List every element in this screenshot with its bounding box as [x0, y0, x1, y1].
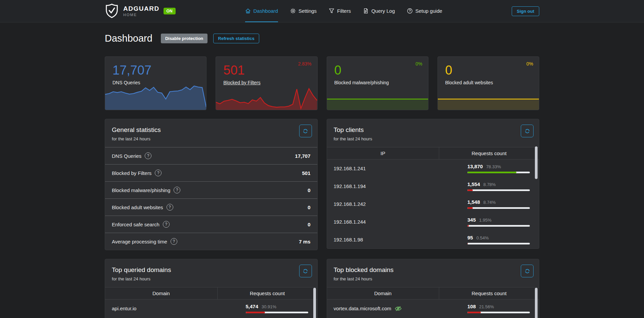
- sparkline-chart: [105, 84, 206, 110]
- requests-percent: 0.54%: [476, 235, 489, 240]
- panel-subtitle: for the last 24 hours: [112, 136, 311, 141]
- requests-count: 95: [467, 235, 473, 240]
- requests-progress-bar: [467, 172, 530, 173]
- stat-card-value: 0: [334, 63, 428, 78]
- sparkline-chart: [216, 84, 317, 110]
- requests-count: 345: [467, 217, 476, 223]
- stat-row-value: 7 ms: [299, 239, 310, 244]
- page-title: Dashboard: [105, 33, 152, 44]
- stat-card-value: 0: [445, 63, 539, 78]
- requests-percent: 1.95%: [479, 218, 492, 223]
- top-blocked-domains-panel: Top blocked domains for the last 24 hour…: [327, 259, 540, 318]
- general-statistics-row: Blocked by Filters?501: [105, 164, 317, 181]
- stat-card-dns-queries: 17,707DNS Queries: [105, 56, 206, 110]
- general-statistics-row: Blocked malware/phishing?0: [105, 181, 317, 198]
- top-blocked-domain-row: vortex.data.microsoft.com10821.56%: [327, 300, 539, 317]
- refresh-statistics-button[interactable]: Refresh statistics: [213, 34, 259, 43]
- top-client-row: 192.168.1.2421,5488.74%: [327, 195, 539, 213]
- document-icon: [363, 8, 369, 14]
- help-icon[interactable]: ?: [171, 238, 177, 245]
- vertical-scrollbar-thumb[interactable]: [535, 146, 538, 179]
- row-name[interactable]: vortex.data.microsoft.com: [334, 306, 392, 311]
- nav-item-query-log[interactable]: Query Log: [363, 0, 395, 22]
- top-client-row: 192.168.1.98950.54%: [327, 231, 539, 248]
- sparkline-chart: [327, 84, 428, 110]
- shield-check-logo-icon: [105, 3, 119, 19]
- stat-card-percent: 0%: [416, 61, 422, 66]
- help-icon[interactable]: ?: [174, 187, 180, 193]
- adguard-home-brand[interactable]: ADGUARD HOME ON: [105, 0, 176, 22]
- column-header-requests-count: Requests count: [439, 287, 539, 299]
- panel-title: Top queried domains: [112, 266, 311, 274]
- sign-out-button[interactable]: Sign out: [512, 6, 539, 16]
- requests-progress-bar: [467, 312, 530, 313]
- help-icon[interactable]: ?: [167, 204, 173, 211]
- panel-subtitle: for the last 24 hours: [334, 136, 533, 141]
- gear-icon: [290, 8, 296, 14]
- dashboard-page: Dashboard Disable protection Refresh sta…: [105, 33, 539, 318]
- nav-item-label: Filters: [337, 8, 351, 14]
- stat-row-value: 0: [308, 205, 310, 210]
- requests-progress-bar: [246, 312, 308, 313]
- help-icon[interactable]: ?: [155, 170, 162, 176]
- general-statistics-row: Average processing time?7 ms: [105, 233, 317, 250]
- nav-item-setup-guide[interactable]: Setup guide: [407, 0, 442, 22]
- refresh-button[interactable]: [299, 125, 312, 137]
- eye-off-icon: [395, 305, 402, 312]
- refresh-button[interactable]: [521, 265, 534, 277]
- requests-percent: 30.91%: [262, 304, 276, 309]
- general-statistics-row: DNS Queries?17,707: [105, 147, 317, 164]
- panel-title: Top clients: [334, 126, 533, 134]
- vertical-scrollbar-thumb[interactable]: [313, 288, 316, 318]
- column-header-domain: Domain: [105, 287, 218, 299]
- requests-percent: 8.78%: [484, 182, 496, 187]
- stat-card-percent: 2.83%: [298, 61, 312, 66]
- top-client-row: 192.168.1.1941,5548.78%: [327, 177, 539, 195]
- row-name[interactable]: api.entur.io: [112, 306, 136, 311]
- nav-item-settings[interactable]: Settings: [290, 0, 317, 22]
- requests-percent: 21.56%: [479, 304, 494, 309]
- column-header-requests-count: Requests count: [439, 147, 539, 159]
- vertical-scrollbar-thumb[interactable]: [535, 288, 538, 318]
- stat-cards-row: 17,707DNS Queries2.83%501Blocked by Filt…: [105, 56, 539, 110]
- stat-row-label: Blocked by Filters: [112, 170, 151, 176]
- stat-row-label: Blocked adult websites: [112, 205, 163, 210]
- nav-item-dashboard[interactable]: Dashboard: [245, 0, 278, 22]
- nav-item-filters[interactable]: Filters: [329, 0, 351, 22]
- help-icon[interactable]: ?: [163, 221, 170, 228]
- stat-row-label: Average processing time: [112, 239, 167, 244]
- stat-card-blocked-malware-phishing: 0%0Blocked malware/phishing: [327, 56, 428, 110]
- requests-count: 1,554: [467, 181, 480, 187]
- requests-count: 1,548: [467, 199, 480, 205]
- refresh-button[interactable]: [299, 265, 312, 277]
- requests-percent: 8.74%: [484, 200, 496, 205]
- top-clients-panel: Top clients for the last 24 hours IP Req…: [327, 119, 540, 249]
- requests-progress-bar: [467, 207, 530, 209]
- funnel-icon: [329, 8, 334, 14]
- column-header-ip: IP: [327, 147, 440, 159]
- refresh-icon: [303, 128, 308, 134]
- row-name[interactable]: 192.168.1.194: [334, 183, 366, 189]
- question-icon: [407, 8, 413, 14]
- requests-count: 5,474: [246, 304, 259, 309]
- row-name[interactable]: 192.168.1.244: [334, 219, 366, 225]
- row-name[interactable]: 192.168.1.242: [334, 201, 366, 207]
- disable-protection-button[interactable]: Disable protection: [161, 34, 208, 43]
- requests-count: 13,870: [467, 164, 483, 169]
- main-nav: DashboardSettingsFiltersQuery LogSetup g…: [176, 0, 512, 22]
- help-icon[interactable]: ?: [145, 152, 151, 159]
- brand-subtitle: HOME: [123, 13, 159, 17]
- stat-row-value: 0: [308, 222, 310, 227]
- top-client-row: 192.168.1.2443451.95%: [327, 213, 539, 231]
- stat-row-label: Blocked malware/phishing: [112, 187, 170, 193]
- stat-row-value: 0: [308, 187, 310, 193]
- row-name[interactable]: 192.168.1.241: [334, 166, 366, 171]
- panel-subtitle: for the last 24 hours: [112, 276, 311, 281]
- refresh-button[interactable]: [521, 125, 534, 137]
- general-statistics-panel: General statistics for the last 24 hours…: [105, 119, 318, 250]
- row-name[interactable]: 192.168.1.98: [334, 237, 363, 242]
- protection-status-badge: ON: [164, 8, 176, 14]
- requests-progress-bar: [467, 225, 530, 227]
- stat-row-label: Enforced safe search: [112, 222, 159, 227]
- general-statistics-row: Blocked adult websites?0: [105, 198, 317, 216]
